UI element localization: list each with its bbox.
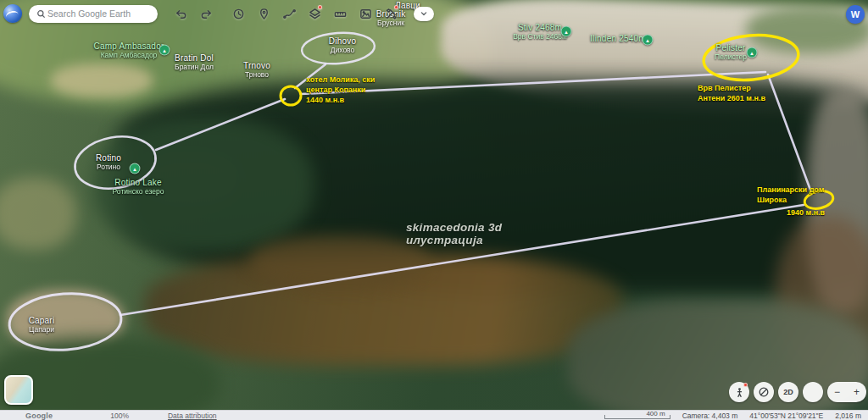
poi-rotino-lake-pin-icon[interactable]: ▲ [130,163,141,174]
google-earth-window: ЛавциBrusnikБрусникBratin DolБратин ДолT… [0,0,868,420]
watermark-line1: skimacedonia 3d [406,221,502,234]
poi-pelister-pin-icon[interactable]: ▲ [747,47,758,58]
zoom-out-button[interactable]: − [834,387,840,397]
layers-notification-dot [318,5,322,9]
historical-imagery-icon[interactable] [229,4,248,23]
pegman-button[interactable] [729,382,749,402]
poi-pelister[interactable]: PelisterПелистер [715,43,747,61]
search-input[interactable] [46,8,146,19]
note-shiroka-line-1: Планинарски дом [757,185,824,195]
wikipedia-extension-badge[interactable]: W [846,5,865,24]
top-toolbar [3,3,434,24]
note-shiroka: Планинарски домШирока [757,185,824,205]
label-capari[interactable]: CapariЦапари [29,316,55,334]
photos-icon[interactable] [356,4,375,23]
note-molika: хотел Молика, скицентар Копанки1440 м.н.… [306,75,375,105]
poi-ilinden-pin-icon[interactable]: ▲ [643,35,654,46]
poi-camp-ambasador-subtitle: Камп Амбасадор [94,51,164,59]
note-molika-line-3: 1440 м.н.в [306,95,375,105]
search-bar[interactable] [29,5,158,23]
data-attribution-link[interactable]: Data attribution [168,412,217,420]
undo-button[interactable] [171,4,190,23]
label-dihovo[interactable]: DihovoДихово [329,36,356,54]
label-rotino[interactable]: RotinoРотино [96,153,121,171]
map-controls: 2D − + [729,382,866,402]
2d-toggle-button[interactable]: 2D [778,382,798,402]
placemark-icon[interactable] [254,4,273,23]
terrain-elevation: 2,016 m [835,412,861,420]
poi-stiv-subtitle: Врв Стив 2468м [513,32,567,41]
pegman-icon [734,387,745,398]
tools-icon[interactable] [381,4,400,23]
scale-bar [604,415,670,419]
label-capari-name: Capari [29,316,55,325]
poi-ilinden[interactable]: Ilinden 2540m [590,34,645,43]
label-layer: ЛавциBrusnikБрусникBratin DolБратин ДолT… [0,0,868,410]
note-shiroka-altitude: 1940 м.н.в [787,207,825,218]
layers-icon[interactable] [305,4,324,23]
label-dihovo-subtitle: Дихово [329,46,356,54]
poi-camp-ambasador-pin-icon[interactable]: ▲ [159,45,170,56]
label-rotino-subtitle: Ротино [96,163,121,171]
camera-altitude: Camera: 4,403 m [682,412,738,420]
label-bratin-dol-name: Bratin Dol [175,53,214,63]
compass-button[interactable] [754,382,774,402]
poi-pelister-name: Pelister [715,43,747,52]
poi-stiv-pin-icon[interactable]: ▲ [561,26,572,37]
note-pelister-line-2: Антени 2601 м.н.в [698,93,765,103]
label-trnovo-name: Trnovo [243,61,270,70]
google-logo: Google [25,412,53,420]
toolbar-collapse-button[interactable] [414,7,434,21]
label-trnovo-subtitle: Трново [243,70,270,79]
note-pelister: Врв ПелистерАнтени 2601 м.н.в [698,83,765,103]
google-earth-logo[interactable] [3,4,22,23]
status-bar: Google 100% Data attribution 400 m Camer… [0,410,868,420]
search-icon [36,9,46,19]
zoom-percentage: 100% [110,412,129,420]
status-right-group: 400 m Camera: 4,403 m 41°00'53"N 21°09'2… [604,412,861,420]
label-dihovo-name: Dihovo [329,36,356,46]
note-molika-line-2: центар Копанки [306,85,375,95]
note-molika-line-1: хотел Молика, ски [306,75,375,85]
north-up-button[interactable] [803,382,823,402]
tools-notification-dot [394,5,398,9]
poi-camp-ambasador-name: Camp Ambasador [94,41,164,51]
poi-rotino-lake[interactable]: Rotino LakeРотинско езеро [113,178,164,196]
map-inset-thumbnail[interactable] [4,375,33,405]
label-bratin-dol-subtitle: Братин Дол [175,63,214,71]
poi-rotino-lake-name: Rotino Lake [113,178,164,187]
2d-toggle-label: 2D [783,388,793,396]
scale-widget: 400 m [604,412,670,420]
label-trnovo[interactable]: TrnovoТрново [243,61,270,79]
watermark-line2: илустрација [406,234,502,246]
compass-icon [758,386,770,398]
note-shiroka-line-2: Широка [757,195,824,205]
zoom-in-button[interactable]: + [854,387,860,397]
label-bratin-dol[interactable]: Bratin DolБратин Дол [175,53,214,71]
redo-button[interactable] [197,4,215,23]
label-rotino-name: Rotino [96,153,121,163]
note-pelister-line-1: Врв Пелистер [698,83,765,93]
poi-rotino-lake-subtitle: Ротинско езеро [113,187,164,196]
watermark: skimacedonia 3d илустрација [406,221,502,246]
poi-stiv[interactable]: Stiv 2468mВрв Стив 2468м [513,23,567,41]
poi-ilinden-name: Ilinden 2540m [590,34,645,43]
measure-icon[interactable] [331,4,349,23]
draw-path-icon[interactable] [280,4,298,23]
zoom-control: − + [827,382,866,402]
label-capari-subtitle: Цапари [29,325,55,334]
poi-stiv-name: Stiv 2468m [513,23,567,32]
wikipedia-badge-label: W [851,9,860,19]
note-shiroka-altitude-line-1: 1940 м.н.в [787,207,825,218]
pegman-notification-dot [743,383,748,387]
cursor-coordinates: 41°00'53"N 21°09'21"E [749,412,823,420]
poi-camp-ambasador[interactable]: Camp AmbasadorКамп Амбасадор [94,41,164,59]
map-viewport[interactable]: ЛавциBrusnikБрусникBratin DolБратин ДолT… [0,0,868,410]
poi-pelister-subtitle: Пелистер [715,52,747,61]
